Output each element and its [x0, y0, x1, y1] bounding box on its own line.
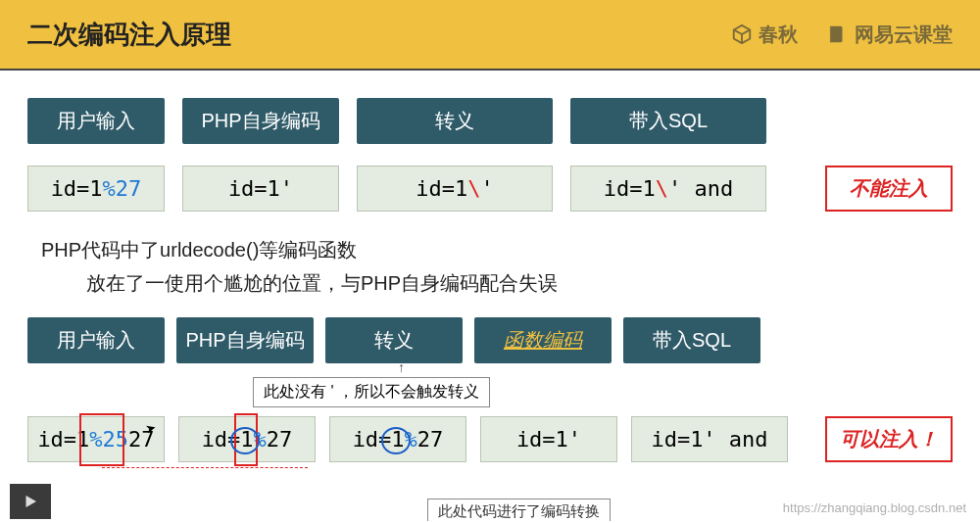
logo-netease: 网易云课堂: [825, 22, 953, 48]
page-title: 二次编码注入原理: [27, 18, 231, 52]
content: 用户输入 PHP自身编码 转义 带入SQL id=1%27 id=1' id=1…: [0, 71, 980, 462]
book-icon: [825, 24, 849, 45]
header-escape: 转义: [357, 98, 553, 144]
explain-line-2: 放在了一使用个尴尬的位置，与PHP自身编码配合失误: [86, 266, 953, 300]
header-php-decode: PHP自身编码: [176, 317, 314, 363]
cell-1: id=1%2527 ➤: [27, 416, 165, 462]
callout-no-quote: 此处没有 ' ，所以不会触发转义: [253, 377, 490, 407]
header: 二次编码注入原理 春秋 网易云课堂: [0, 0, 980, 71]
cell-3: id=1\': [357, 166, 553, 212]
header-php-decode: PHP自身编码: [182, 98, 339, 144]
header-logos: 春秋 网易云课堂: [731, 22, 953, 48]
cell-5: id=1' and: [631, 416, 788, 462]
row-values-2: id=1%2527 ➤ id=1%27 id=1%27 id=1' id=1' …: [27, 416, 953, 462]
callout-wrap: 此处没有 ' ，所以不会触发转义 ↑: [27, 369, 953, 416]
row-headers-2: 用户输入 PHP自身编码 转义 函数编码 带入SQL: [27, 317, 953, 363]
header-escape: 转义: [325, 317, 463, 363]
callout-recode: 此处代码进行了编码转换: [427, 499, 611, 521]
cell-2: id=1%27: [178, 416, 316, 462]
header-func-decode: 函数编码: [474, 317, 612, 363]
explanation: PHP代码中了urldecode()等编码函数 放在了一使用个尴尬的位置，与PH…: [41, 233, 953, 300]
cell-3: id=1%27: [329, 416, 466, 462]
header-user-input: 用户输入: [27, 317, 165, 363]
header-sql: 带入SQL: [570, 98, 766, 144]
cube-icon: [731, 24, 753, 45]
header-user-input: 用户输入: [27, 98, 165, 144]
result-can-inject: 可以注入！: [825, 416, 953, 462]
cell-4: id=1': [480, 416, 617, 462]
result-cannot-inject: 不能注入: [825, 166, 953, 212]
row-values-1: id=1%27 id=1' id=1\' id=1\' and 不能注入: [27, 166, 953, 212]
cell-2: id=1': [182, 166, 339, 212]
row-headers-1: 用户输入 PHP自身编码 转义 带入SQL: [27, 98, 953, 144]
dash-connector: [102, 467, 308, 468]
arrow-up-icon: ↑: [398, 359, 405, 375]
cell-4: id=1\' and: [570, 166, 766, 212]
logo-chunqiu: 春秋: [731, 22, 798, 48]
play-button[interactable]: [10, 484, 51, 519]
cell-1: id=1%27: [27, 166, 165, 212]
header-sql: 带入SQL: [623, 317, 760, 363]
logo-text: 网易云课堂: [855, 22, 953, 48]
play-icon: [22, 493, 39, 510]
watermark: https://zhangqiang.blog.csdn.net: [783, 500, 966, 515]
logo-text: 春秋: [759, 22, 798, 48]
explain-line-1: PHP代码中了urldecode()等编码函数: [41, 233, 953, 266]
